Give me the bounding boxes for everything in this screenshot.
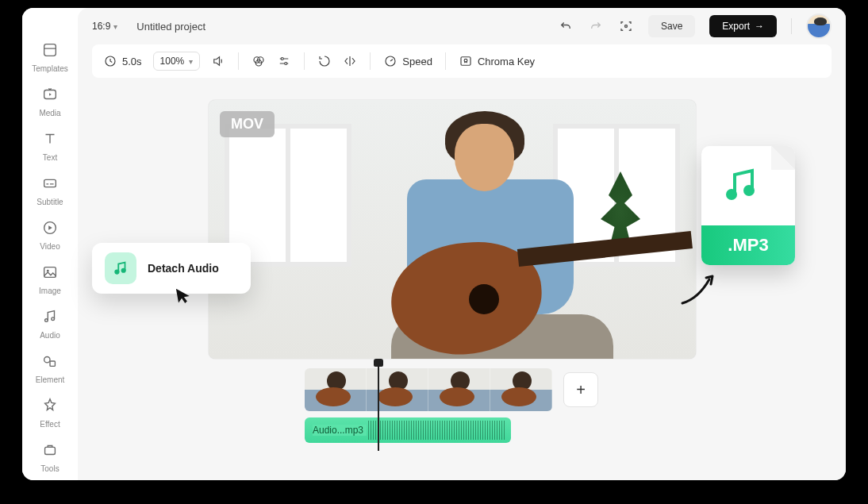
sidebar-item-element[interactable]: Element <box>26 349 74 386</box>
divider <box>238 52 239 70</box>
sidebar-item-effect[interactable]: Effect <box>26 394 74 430</box>
undo-button[interactable] <box>558 18 574 34</box>
svg-point-16 <box>282 58 284 60</box>
timeline-thumb <box>428 368 490 411</box>
aspect-ratio-selector[interactable]: 16:9 ▾ <box>92 21 117 32</box>
chevron-down-icon: ▾ <box>113 22 117 31</box>
sidebar-item-media[interactable]: Media <box>26 83 74 119</box>
sidebar-item-tools[interactable]: Tools <box>26 438 74 475</box>
svg-point-7 <box>52 317 55 321</box>
divider <box>445 52 446 70</box>
sidebar-item-label: Element <box>36 375 65 384</box>
project-title[interactable]: Untitled project <box>136 21 205 33</box>
svg-rect-10 <box>45 447 56 454</box>
sidebar-item-audio[interactable]: Audio <box>26 305 74 341</box>
image-icon <box>41 264 59 284</box>
audio-clip-label: Audio...mp3 <box>313 425 367 436</box>
format-badge: MOV <box>220 111 275 137</box>
save-button[interactable]: Save <box>648 15 695 37</box>
sidebar-item-image[interactable]: Image <box>26 260 74 297</box>
rotate-button[interactable] <box>317 54 332 68</box>
tools-icon <box>41 441 59 462</box>
svg-point-21 <box>115 270 118 273</box>
svg-rect-2 <box>44 179 56 187</box>
mp3-ext-label: .MP3 <box>701 225 795 265</box>
sidebar-item-label: Audio <box>40 331 60 340</box>
templates-icon <box>41 41 59 62</box>
divider <box>304 52 305 70</box>
sidebar-item-video[interactable]: Video <box>26 216 74 252</box>
sidebar-item-subtitle[interactable]: Subtitle <box>26 171 74 208</box>
timeline: + <box>305 368 598 411</box>
editor-toolbar: 5.0s 100% ▾ <box>92 44 832 78</box>
redo-button[interactable] <box>588 18 604 34</box>
timeline-thumb <box>367 368 428 411</box>
svg-point-24 <box>743 185 755 196</box>
speed-button[interactable]: Speed <box>383 54 432 68</box>
timeline-thumb <box>305 368 367 411</box>
export-button[interactable]: Export → <box>709 15 777 37</box>
svg-point-6 <box>45 319 48 322</box>
sidebar-item-label: Effect <box>40 420 60 429</box>
audio-icon <box>41 308 59 329</box>
audio-track[interactable]: Audio...mp3 <box>305 417 511 443</box>
svg-point-11 <box>624 25 627 28</box>
zoom-selector[interactable]: 100% ▾ <box>153 52 201 71</box>
sidebar-item-text[interactable]: Text <box>26 127 74 164</box>
color-button[interactable] <box>252 54 266 68</box>
subtitle-icon <box>41 175 59 195</box>
svg-point-22 <box>121 269 125 272</box>
chroma-key-button[interactable]: Chroma Key <box>459 54 535 68</box>
zoom-value: 100% <box>160 56 185 67</box>
user-avatar[interactable] <box>806 13 832 39</box>
arrow-icon <box>678 270 722 308</box>
divider <box>370 52 371 70</box>
sidebar-item-label: Subtitle <box>36 198 63 206</box>
scan-icon[interactable] <box>618 18 634 34</box>
export-label: Export <box>722 21 750 32</box>
sidebar-item-label: Media <box>39 109 60 117</box>
chroma-label: Chroma Key <box>478 56 535 67</box>
music-note-icon <box>105 252 136 284</box>
person-with-guitar <box>351 116 621 359</box>
detach-audio-card[interactable]: Detach Audio <box>92 243 251 294</box>
svg-point-8 <box>44 357 50 363</box>
video-track[interactable] <box>305 368 552 411</box>
left-sidebar: Templates Media Text Subtitle Video <box>22 8 78 480</box>
time-value: 5.0s <box>122 56 142 67</box>
divider <box>791 18 792 34</box>
volume-button[interactable] <box>211 54 225 68</box>
media-icon <box>41 86 59 106</box>
sidebar-item-label: Image <box>39 287 61 295</box>
detach-audio-label: Detach Audio <box>148 262 219 275</box>
timeline-thumb <box>490 368 552 411</box>
svg-rect-0 <box>44 44 56 56</box>
sidebar-item-templates[interactable]: Templates <box>26 38 74 75</box>
sidebar-item-label: Text <box>43 153 57 162</box>
sidebar-item-label: Tools <box>40 464 59 473</box>
waveform-icon <box>368 421 506 440</box>
svg-rect-9 <box>50 361 55 366</box>
preview-scene <box>209 100 696 359</box>
aspect-ratio-value: 16:9 <box>92 21 110 32</box>
time-display[interactable]: 5.0s <box>103 54 142 68</box>
element-icon <box>41 352 59 373</box>
preview-canvas[interactable]: MOV <box>209 100 696 359</box>
svg-point-17 <box>285 63 287 65</box>
svg-rect-4 <box>44 267 56 278</box>
speed-label: Speed <box>402 56 432 67</box>
effect-icon <box>41 397 59 417</box>
sidebar-item-label: Templates <box>32 64 68 73</box>
add-clip-button[interactable]: + <box>563 372 598 407</box>
playhead[interactable] <box>378 364 379 451</box>
svg-point-23 <box>726 189 737 200</box>
flip-button[interactable] <box>343 54 357 68</box>
svg-rect-19 <box>461 57 470 66</box>
video-icon <box>41 219 59 240</box>
sidebar-item-label: Video <box>40 242 60 251</box>
mp3-file-illustration: .MP3 <box>701 146 795 265</box>
file-fold-icon <box>771 146 795 170</box>
text-icon <box>41 130 59 151</box>
adjust-button[interactable] <box>277 54 291 68</box>
arrow-right-icon: → <box>755 21 764 32</box>
